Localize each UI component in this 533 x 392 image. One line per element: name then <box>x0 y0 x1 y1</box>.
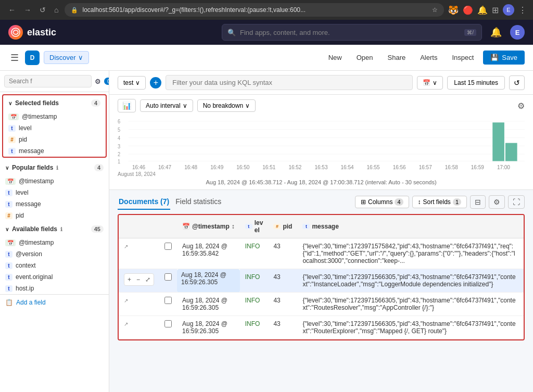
sidebar-item-event-original-available[interactable]: t event.original <box>0 271 109 283</box>
global-search-bar[interactable]: 🔍 Find apps, content, and more. ⌘/ <box>222 24 482 41</box>
row-expand-button-4[interactable]: ↗ <box>124 321 128 327</box>
extension-icon-1[interactable]: 🐯 <box>448 5 459 15</box>
av-timestamp-badge: 📅 <box>5 239 16 246</box>
row-checkbox-4[interactable] <box>164 320 172 327</box>
checkbox-cell-1[interactable] <box>159 238 177 269</box>
inspect-button[interactable]: Inspect <box>447 50 479 65</box>
search-field-input[interactable] <box>4 75 92 87</box>
sort-asc-icon[interactable]: ↕ <box>232 223 235 230</box>
sidebar-item-message-selected[interactable]: t message <box>3 145 106 157</box>
checkbox-cell-4[interactable] <box>159 316 177 339</box>
message-type-badge: t <box>8 148 16 155</box>
th-message[interactable]: t message <box>297 215 524 238</box>
nav-home-button[interactable]: ⌂ <box>52 5 60 15</box>
th-expand <box>119 215 159 238</box>
sidebar-item-timestamp-available[interactable]: 📅 @timestamp <box>0 237 109 248</box>
save-button[interactable]: 💾 Save <box>483 50 525 65</box>
add-field-button[interactable]: 📋 Add a field <box>0 294 109 310</box>
time-label-11: 16:56 <box>393 165 406 170</box>
th-timestamp[interactable]: 📅 @timestamp ↕ <box>177 215 240 238</box>
time-label-13: 16:58 <box>445 165 458 170</box>
time-label-2: 16:47 <box>158 165 171 170</box>
expand-cell-1[interactable]: ↗ <box>119 238 159 269</box>
discover-tab-button[interactable]: Discover ∨ <box>44 51 89 64</box>
notifications-icon[interactable]: 🔔 <box>490 27 502 38</box>
alerts-button[interactable]: Alerts <box>415 50 442 65</box>
row-plus-button[interactable]: + <box>125 275 133 284</box>
row-checkbox-1[interactable] <box>164 243 172 250</box>
sort-icon: ↕ <box>418 198 421 206</box>
sidebar-item-pid-popular[interactable]: # pid <box>0 210 109 221</box>
index-pattern-chevron: ∨ <box>135 79 140 86</box>
time-label-12: 16:57 <box>419 165 432 170</box>
sort-fields-button[interactable]: ↕ Sort fields 1 <box>412 196 467 208</box>
menu-icon[interactable]: ⋮ <box>518 5 527 15</box>
extension-icon-4[interactable]: ⊞ <box>492 5 499 15</box>
bookmark-icon[interactable]: ☆ <box>432 6 438 14</box>
index-pattern-selector[interactable]: test ∨ <box>118 76 146 90</box>
expand-cell-4[interactable]: ↗ <box>119 316 159 339</box>
new-button[interactable]: New <box>323 50 347 65</box>
extension-icon-2[interactable]: 🔴 <box>463 5 473 15</box>
fullscreen-button[interactable]: ⛶ <box>508 195 525 209</box>
refresh-button[interactable]: ↺ <box>509 75 525 90</box>
sidebar-item-context-available[interactable]: t context <box>0 260 109 271</box>
nav-back-button[interactable]: ← <box>6 5 18 15</box>
checkbox-cell-2[interactable] <box>159 269 177 293</box>
row-expand-button-3[interactable]: ↗ <box>124 298 128 304</box>
settings-button[interactable]: ⚙ <box>489 195 505 209</box>
nav-forward-button[interactable]: → <box>22 5 33 15</box>
chart-settings-button[interactable]: ⚙ <box>517 101 525 111</box>
selected-fields-label: Selected fields <box>15 99 59 107</box>
secondary-header: ☰ D Discover ∨ New Open Share Alerts Ins… <box>0 45 533 71</box>
chart-type-icon[interactable]: 📊 <box>118 99 136 112</box>
selected-fields-header[interactable]: ∨ Selected fields 4 <box>3 95 106 111</box>
breakdown-button[interactable]: No breakdown ∨ <box>197 99 256 112</box>
sidebar-item-level-popular[interactable]: t level <box>0 187 109 198</box>
tab-documents[interactable]: Documents (7) <box>118 194 170 210</box>
add-filter-button[interactable]: + <box>150 77 161 88</box>
user-avatar[interactable]: E <box>510 25 525 40</box>
grid-view-button[interactable]: ⊟ <box>470 195 486 209</box>
row-checkbox-2[interactable] <box>164 273 172 281</box>
popular-fields-header[interactable]: ∨ Popular fields ℹ 4 <box>0 160 109 175</box>
columns-label: Columns <box>368 198 392 206</box>
level-type-badge: t <box>8 125 16 132</box>
row-details-button[interactable]: ⤢ <box>143 275 153 284</box>
extension-icon-3[interactable]: 🔔 <box>477 5 488 15</box>
main-layout: ⚙ 0 ∨ Selected fields 4 📅 @timestamp t l… <box>0 71 533 392</box>
th-level[interactable]: t level <box>240 215 269 238</box>
tab-field-statistics[interactable]: Field statistics <box>174 194 222 210</box>
date-picker-button[interactable]: 📅 ∨ <box>417 76 443 90</box>
th-pid[interactable]: # pid <box>268 215 297 238</box>
av-version-badge: t <box>5 251 12 258</box>
sidebar-item-host-ip-available[interactable]: t host.ip <box>0 283 109 294</box>
available-fields-header[interactable]: ∨ Available fields ℹ 45 <box>0 221 109 237</box>
filter-icon[interactable]: ⚙ <box>95 78 101 85</box>
share-button[interactable]: Share <box>383 50 411 65</box>
sidebar-item-timestamp-popular[interactable]: 📅 @timestamp <box>0 175 109 187</box>
time-range-button[interactable]: Last 15 minutes <box>447 76 505 90</box>
expand-cell-2[interactable]: + − ⤢ <box>119 269 159 293</box>
sidebar-item-version-available[interactable]: t @version <box>0 248 109 260</box>
expand-cell-3[interactable]: ↗ <box>119 293 159 316</box>
sidebar-item-pid-selected[interactable]: # pid <box>3 134 106 145</box>
sidebar-item-message-popular[interactable]: t message <box>0 198 109 210</box>
sidebar: ⚙ 0 ∨ Selected fields 4 📅 @timestamp t l… <box>0 71 109 392</box>
hamburger-menu-button[interactable]: ☰ <box>8 50 21 66</box>
url-bar[interactable]: 🔒 localhost:5601/app/discover#/?_g=(filt… <box>65 3 444 17</box>
auto-interval-button[interactable]: Auto interval ∨ <box>140 99 193 112</box>
lock-icon: 🔒 <box>71 7 78 14</box>
open-button[interactable]: Open <box>351 50 378 65</box>
timestamp-type-badge: 📅 <box>8 113 19 120</box>
sidebar-item-timestamp-selected[interactable]: 📅 @timestamp <box>3 111 106 122</box>
row-minus-button[interactable]: − <box>134 275 142 284</box>
checkbox-cell-3[interactable] <box>159 293 177 316</box>
kql-filter-input[interactable] <box>166 75 413 90</box>
nav-refresh-button[interactable]: ↺ <box>37 5 48 15</box>
user-avatar-icon[interactable]: E <box>503 4 514 16</box>
row-checkbox-3[interactable] <box>164 297 172 304</box>
columns-button[interactable]: ⊞ Columns 4 <box>355 196 409 208</box>
sidebar-item-level-selected[interactable]: t level <box>3 122 106 134</box>
row-expand-button-1[interactable]: ↗ <box>124 244 128 249</box>
